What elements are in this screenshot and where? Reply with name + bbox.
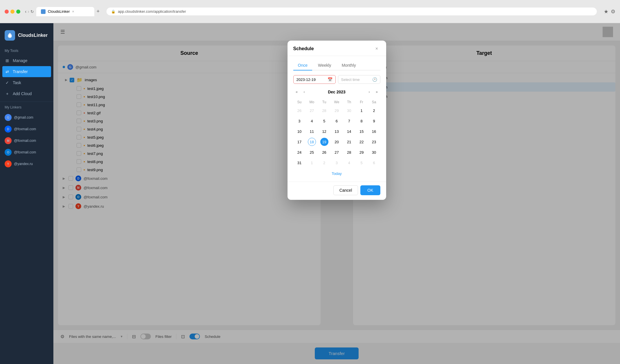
cal-next-month-button[interactable]: › [366,88,373,95]
browser-actions: ★ ⚙ [604,8,615,15]
linker-gmail[interactable]: M @foxmail.com [0,135,53,146]
cal-day[interactable]: 27 [308,106,316,115]
linker-yandex[interactable]: Y @yandex.ru [0,158,53,170]
time-placeholder: Select time [341,77,360,82]
back-button[interactable]: ‹ [25,9,26,14]
date-input[interactable]: 2023-12-19 📅 [293,75,336,84]
cancel-button[interactable]: Cancel [333,185,358,195]
cal-day[interactable]: 12 [320,127,328,135]
weekday-th: Th [343,99,355,105]
sidebar-item-manage[interactable]: ⊞ Manage [0,55,53,66]
refresh-button[interactable]: ↻ [30,9,34,14]
cal-day-selected[interactable]: 19 [320,138,328,146]
linker-avatar-dropbox: D [5,126,12,133]
sidebar-item-transfer[interactable]: ⇄ Transfer [2,66,51,77]
sidebar-item-add-cloud[interactable]: + Add Cloud [0,88,53,99]
ok-button[interactable]: OK [360,185,380,195]
cal-day[interactable]: 25 [308,148,316,156]
my-tools-label: My Tools [0,48,53,55]
cal-day[interactable]: 16 [370,127,378,135]
maximize-window-button[interactable] [16,10,20,14]
cal-day[interactable]: 3 [295,117,303,125]
cal-day[interactable]: 14 [345,127,353,135]
add-cloud-icon: + [5,91,10,96]
cal-day-today[interactable]: 18 [308,138,316,146]
my-linkers-label: My Linkers [0,104,53,112]
cal-day[interactable]: 20 [332,138,341,146]
cal-day[interactable]: 24 [295,148,303,156]
weekday-fr: Fr [355,99,368,105]
cal-day[interactable]: 2 [370,106,378,115]
cal-day[interactable]: 4 [345,159,353,167]
sidebar-logo-text: CloudsLinker [18,33,48,38]
schedule-tabs: Once Weekly Monthly [293,61,380,70]
main-content: ☰ Source G @gmail.com ▾ ▶ [53,23,620,364]
cal-day[interactable]: 29 [332,106,341,115]
cal-day[interactable]: 1 [308,159,316,167]
browser-chrome: ‹ › ↻ CloudsLinker × + 🔒 app.cloudslinke… [0,0,620,23]
close-window-button[interactable] [5,10,9,14]
linker-avatar-google: G [5,114,12,121]
cal-day[interactable]: 27 [332,148,341,156]
tab-monthly[interactable]: Monthly [337,61,361,70]
datetime-row: 2023-12-19 📅 Select time 🕐 [293,75,380,84]
new-tab-button[interactable]: + [97,8,100,15]
cal-day[interactable]: 10 [295,127,303,135]
cal-day[interactable]: 15 [357,127,366,135]
cal-day[interactable]: 23 [370,138,378,146]
time-input[interactable]: Select time 🕐 [338,75,380,84]
sidebar: CloudsLinker My Tools ⊞ Manage ⇄ Transfe… [0,23,53,364]
address-bar[interactable]: 🔒 app.cloudslinker.com/application/trans… [106,8,597,15]
minimize-window-button[interactable] [10,10,15,14]
cal-day[interactable]: 1 [357,106,366,115]
cal-day[interactable]: 28 [345,148,353,156]
cal-day[interactable]: 5 [357,159,366,167]
forward-button[interactable]: › [28,9,29,14]
tab-close-icon[interactable]: × [72,10,74,14]
cal-day[interactable]: 8 [357,117,366,125]
cal-next-year-button[interactable]: » [373,88,380,95]
cal-day[interactable]: 6 [370,159,378,167]
cal-day[interactable]: 21 [345,138,353,146]
cal-day[interactable]: 11 [308,127,316,135]
linker-onedrive[interactable]: O @foxmail.com [0,146,53,158]
cal-day[interactable]: 31 [295,159,303,167]
cal-prev-year-button[interactable]: « [293,88,300,95]
cal-day[interactable]: 22 [357,138,366,146]
cal-prev-month-button[interactable]: ‹ [301,88,308,95]
cal-day[interactable]: 9 [370,117,378,125]
modal-close-button[interactable]: × [373,45,380,52]
transfer-icon: ⇄ [5,69,10,74]
sidebar-item-task[interactable]: ✓ Task [0,77,53,88]
cal-day[interactable]: 2 [320,159,328,167]
cal-day[interactable]: 4 [308,117,316,125]
schedule-modal: Schedule × Once Weekly Monthly 2023-12-1… [288,41,386,200]
cal-day[interactable]: 30 [370,148,378,156]
cal-day[interactable]: 26 [295,106,303,115]
sidebar-divider [0,102,53,102]
linker-google[interactable]: G @gmail.com [0,112,53,123]
logo-icon [5,30,15,41]
app-layout: CloudsLinker My Tools ⊞ Manage ⇄ Transfe… [0,23,620,364]
modal-title: Schedule [293,46,314,51]
modal-overlay: Schedule × Once Weekly Monthly 2023-12-1… [53,23,620,364]
cal-day[interactable]: 3 [332,159,341,167]
calendar-month-year: Dec 2023 [328,90,346,94]
linker-dropbox[interactable]: D @foxmail.com [0,123,53,135]
cal-day[interactable]: 13 [332,127,341,135]
cal-day[interactable]: 28 [320,106,328,115]
cal-day[interactable]: 30 [345,106,353,115]
cal-day[interactable]: 7 [345,117,353,125]
tab-once[interactable]: Once [293,61,312,70]
cal-day[interactable]: 26 [320,148,328,156]
cal-day[interactable]: 17 [295,138,303,146]
calendar: « ‹ Dec 2023 › » [293,87,380,177]
browser-tab[interactable]: CloudsLinker × [36,7,94,16]
cal-day[interactable]: 6 [332,117,341,125]
today-link[interactable]: Today [293,168,380,177]
modal-body: Once Weekly Monthly 2023-12-19 📅 Select … [288,56,386,182]
modal-footer: Cancel OK [288,182,386,200]
tab-weekly[interactable]: Weekly [313,61,336,70]
cal-day[interactable]: 29 [357,148,366,156]
cal-day[interactable]: 5 [320,117,328,125]
